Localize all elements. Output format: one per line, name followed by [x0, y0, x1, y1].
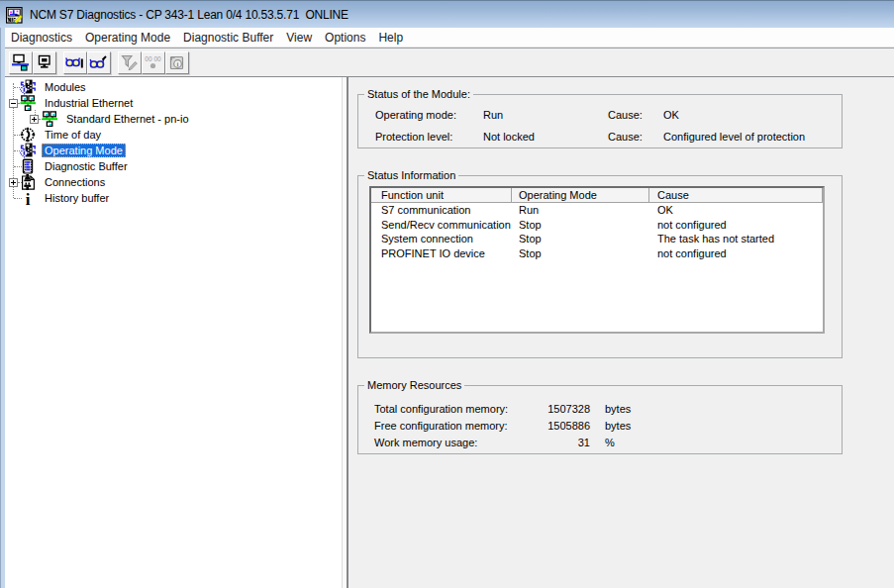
diagnostics-tree: Modules	[5, 77, 342, 588]
monitor-once-button[interactable]	[63, 51, 87, 74]
app-icon	[6, 7, 23, 24]
app-window: NCM S7 Diagnostics - CP 343-1 Lean 0/4 1…	[0, 0, 894, 588]
table-row[interactable]: System connection Stop The task has not …	[371, 232, 823, 246]
protection-level-label: Protection level:	[375, 131, 452, 143]
total-config-memory-label: Total configuration memory:	[374, 403, 508, 415]
title-bar: NCM S7 Diagnostics - CP 343-1 Lean 0/4 1…	[0, 0, 894, 28]
free-config-memory-label: Free configuration memory:	[374, 420, 508, 432]
table-row[interactable]: S7 communication Run OK	[371, 203, 823, 218]
navigation-pane: Modules	[5, 77, 343, 588]
column-header-cause[interactable]: Cause	[649, 188, 823, 203]
table-row[interactable]: Send/Recv communication Stop not configu…	[371, 218, 823, 233]
cell-cause: not configured	[649, 246, 823, 261]
module-icon	[20, 79, 36, 95]
tree-item-label: Standard Ethernet - pn-io	[63, 112, 192, 126]
details-pane: Status of the Module: Operating mode: Ru…	[348, 77, 894, 588]
menu-diagnostic-buffer[interactable]: Diagnostic Buffer	[177, 28, 280, 48]
menu-view[interactable]: View	[280, 28, 319, 48]
ethernet-icon	[20, 95, 36, 111]
ethernet-icon	[42, 111, 57, 127]
protection-level-value: Not locked	[483, 131, 535, 143]
work-memory-usage-label: Work memory usage:	[374, 437, 477, 448]
cause-label: Cause:	[608, 109, 643, 121]
tree-item-label: Time of day	[42, 128, 104, 142]
groupbox-title: Memory Resources	[364, 379, 464, 392]
cell-function-unit: Send/Recv communication	[371, 218, 512, 233]
menu-operating-mode[interactable]: Operating Mode	[79, 28, 177, 48]
tree-item-time-of-day[interactable]: Time of day	[5, 127, 342, 143]
column-header-function-unit[interactable]: Function unit	[371, 188, 512, 203]
total-config-memory-value: 1507328	[497, 403, 590, 415]
station-button[interactable]	[33, 51, 56, 74]
cell-cause: The task has not started	[649, 232, 823, 246]
svg-text:i: i	[26, 190, 31, 206]
module-information-icon: i	[167, 53, 186, 72]
tree-item-industrial-ethernet[interactable]: Industrial Ethernet	[5, 95, 342, 111]
tree-item-label: Connections	[42, 175, 108, 189]
tree-item-label: Industrial Ethernet	[42, 96, 136, 110]
cause-label: Cause:	[608, 131, 643, 143]
status-information-table: Function unit Operating Mode Cause S7 co…	[369, 186, 825, 334]
toolbar: 00 00 i	[5, 49, 894, 76]
cell-operating-mode: Stop	[512, 218, 649, 233]
cell-operating-mode: Run	[512, 203, 649, 218]
expand-box[interactable]	[9, 178, 18, 187]
tree-item-label: Modules	[42, 80, 89, 94]
monitor-once-glasses-icon	[65, 53, 84, 72]
memory-resources-groupbox: Memory Resources Total configuration mem…	[357, 385, 843, 454]
tree-item-operating-mode[interactable]: Operating Mode	[5, 143, 342, 158]
cell-function-unit: PROFINET IO device	[371, 246, 512, 261]
status-information-groupbox: Status Information Function unit Operati…	[357, 175, 843, 358]
table-row[interactable]: PROFINET IO device Stop not configured	[371, 246, 823, 261]
tree-item-modules[interactable]: Modules	[5, 79, 342, 95]
monitor-cyclic-glasses-icon	[89, 53, 108, 72]
clock-icon	[20, 127, 36, 143]
cell-cause: OK	[649, 203, 823, 218]
status-of-module-groupbox: Status of the Module: Operating mode: Ru…	[357, 94, 843, 148]
window-title: NCM S7 Diagnostics - CP 343-1 Lean 0/4 1…	[30, 8, 348, 22]
online-connection-icon	[11, 53, 30, 72]
tree-item-history-buffer[interactable]: i History buffer	[5, 190, 342, 206]
monitor-cyclic-button[interactable]	[87, 51, 111, 74]
cell-operating-mode: Stop	[512, 232, 649, 246]
work-memory-usage-unit: %	[605, 437, 615, 448]
tree-item-standard-ethernet[interactable]: Standard Ethernet - pn-io	[5, 111, 342, 127]
expand-box[interactable]	[30, 115, 39, 124]
cell-cause: not configured	[649, 218, 823, 233]
tree-item-connections[interactable]: Connections	[5, 174, 342, 190]
filter-edit-icon	[120, 53, 139, 72]
cause-value: OK	[663, 109, 679, 121]
menu-help[interactable]: Help	[372, 28, 410, 48]
svg-text:i: i	[177, 60, 179, 68]
menu-diagnostics[interactable]: Diagnostics	[5, 28, 79, 48]
svg-text:00 00: 00 00	[145, 54, 161, 61]
cell-operating-mode: Stop	[512, 246, 649, 261]
online-connection-button[interactable]	[9, 51, 33, 74]
connections-icon	[20, 174, 36, 190]
menu-options[interactable]: Options	[319, 28, 372, 48]
filter-button[interactable]	[118, 51, 142, 74]
cell-function-unit: System connection	[371, 232, 512, 246]
groupbox-title: Status Information	[364, 169, 458, 182]
counter-button[interactable]: 00 00	[142, 51, 165, 74]
collapse-box[interactable]	[9, 99, 18, 108]
module-information-button[interactable]: i	[165, 51, 189, 74]
free-config-memory-unit: bytes	[605, 420, 631, 432]
column-header-operating-mode[interactable]: Operating Mode	[512, 188, 649, 203]
free-config-memory-value: 1505886	[497, 420, 590, 432]
operating-mode-label: Operating mode:	[375, 109, 456, 121]
info-icon: i	[20, 190, 36, 206]
station-icon	[35, 53, 53, 72]
tree-item-diagnostic-buffer[interactable]: Diagnostic Buffer	[5, 158, 342, 174]
tree-item-label: History buffer	[42, 191, 112, 205]
total-config-memory-unit: bytes	[605, 403, 631, 415]
table-header-row: Function unit Operating Mode Cause	[371, 188, 823, 203]
menu-bar: Diagnostics Operating Mode Diagnostic Bu…	[5, 28, 894, 48]
module-icon	[20, 143, 36, 158]
content-area: Modules	[5, 77, 894, 588]
groupbox-title: Status of the Module:	[364, 88, 473, 101]
cell-function-unit: S7 communication	[371, 203, 512, 218]
work-memory-usage-value: 31	[497, 437, 590, 448]
tree-item-label: Diagnostic Buffer	[42, 159, 131, 173]
tree-item-label: Operating Mode	[42, 144, 126, 157]
